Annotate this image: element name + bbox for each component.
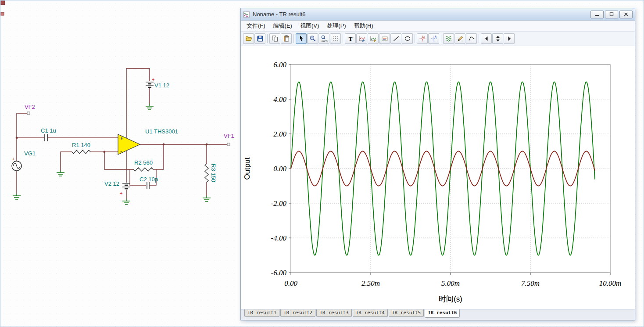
copy-icon — [272, 35, 279, 42]
curve-edit-tool-icon — [370, 35, 377, 42]
toolbar-save-button[interactable] — [254, 33, 265, 44]
zoom-in-icon — [309, 35, 316, 42]
toolbar-set-axis-tool-button[interactable] — [356, 33, 367, 44]
toolbar-copy-button[interactable] — [269, 33, 280, 44]
close-icon — [624, 12, 628, 16]
toolbar-separator — [293, 34, 294, 43]
svg-text:-4.00: -4.00 — [271, 234, 287, 242]
toolbar-zoom-in-button[interactable] — [307, 33, 318, 44]
annotation-tool-icon — [381, 35, 388, 42]
toolbar-ellipse-tool-button[interactable] — [402, 33, 413, 44]
waveform-plot: 6.004.002.000.00-2.00-4.00-6.000.002.50m… — [241, 46, 635, 309]
svg-text:100%: 100% — [321, 40, 327, 42]
maximize-button[interactable] — [605, 11, 618, 18]
window-titlebar[interactable]: Noname - TR result6 — [241, 8, 635, 21]
toolbar: 100%Tab — [241, 32, 635, 46]
svg-text:2.50m: 2.50m — [361, 279, 380, 287]
toolbar-page-spinner-button[interactable] — [492, 33, 503, 44]
schematic-label: - — [120, 148, 122, 155]
schematic-label: V2 12 — [104, 180, 119, 187]
toolbar-separator — [479, 34, 479, 43]
junction-dot — [104, 151, 106, 153]
svg-text:10.00m: 10.00m — [599, 279, 622, 287]
toolbar-text-tool-button[interactable]: T — [345, 33, 356, 44]
toolbar-grid-toggle-button[interactable] — [330, 33, 341, 44]
toolbar-line-tool-button[interactable] — [390, 33, 401, 44]
result-tab-5[interactable]: TR result5 — [389, 309, 424, 317]
cursor-a-icon: a — [419, 35, 426, 42]
resistor — [205, 164, 208, 182]
toolbar-separator — [343, 34, 343, 43]
svg-text:T: T — [348, 36, 352, 42]
x-axis-label: 时间(s) — [439, 295, 462, 303]
toolbar-separator — [415, 34, 415, 43]
menu-bar: 文件(F)编辑(E)视图(V)处理(P)帮助(H) — [241, 21, 635, 32]
menu-item-4[interactable]: 帮助(H) — [350, 21, 377, 31]
menu-item-0[interactable]: 文件(F) — [243, 21, 269, 31]
svg-text:-6.00: -6.00 — [271, 269, 287, 277]
toolbar-annotation-tool-button[interactable] — [379, 33, 390, 44]
menu-item-2[interactable]: 视图(V) — [296, 21, 323, 31]
schematic-label: VG1 — [24, 150, 36, 157]
line-tool-icon — [393, 35, 400, 42]
save-icon — [257, 35, 264, 42]
open-file-icon — [245, 35, 252, 42]
toolbar-curve-edit-tool-button[interactable] — [368, 33, 379, 44]
toolbar-select-cursor-button[interactable] — [296, 33, 307, 44]
app-icon — [243, 11, 250, 18]
svg-text:-2.00: -2.00 — [271, 199, 287, 208]
minimize-icon — [595, 12, 599, 16]
schematic-label: + — [152, 77, 154, 82]
svg-text:5.00m: 5.00m — [441, 279, 460, 287]
paste-icon — [283, 35, 290, 42]
svg-text:6.00: 6.00 — [273, 61, 286, 69]
toolbar-segment-tool-button[interactable] — [466, 33, 477, 44]
toolbar-pen-tool-button[interactable] — [454, 33, 465, 44]
page-spinner-icon — [494, 35, 501, 42]
toolbar-paste-button[interactable] — [281, 33, 292, 44]
menu-item-1[interactable]: 编辑(E) — [269, 21, 296, 31]
vf1-pin — [227, 143, 230, 146]
schematic-label: V1 12 — [154, 82, 169, 89]
toolbar-separator — [267, 34, 268, 43]
schematic-label: + — [12, 156, 14, 162]
toolbar-zoom-100-button[interactable]: 100% — [318, 33, 329, 44]
schematic-label: + — [120, 190, 122, 196]
toolbar-prev-page-button[interactable] — [481, 33, 492, 44]
window-controls — [590, 11, 633, 18]
schematic-label: + — [120, 135, 123, 141]
screen: VF2C1 1uVG1R1 140U1 THS3001V1 12R2 560C2… — [0, 0, 644, 327]
resistor — [133, 168, 153, 171]
junction-dot — [206, 144, 208, 146]
svg-text:0.00: 0.00 — [273, 165, 286, 173]
result-tab-3[interactable]: TR result3 — [316, 309, 351, 317]
text-tool-icon: T — [347, 35, 354, 42]
prev-page-icon — [483, 35, 490, 42]
grid-toggle-icon — [332, 35, 339, 42]
set-axis-tool-icon — [358, 35, 365, 42]
vf2-pin — [27, 112, 30, 115]
toolbar-cursor-b-button[interactable]: b — [428, 33, 439, 44]
schematic-label: R3 150 — [210, 164, 217, 182]
toolbar-next-page-button[interactable] — [504, 33, 515, 44]
toolbar-cursor-a-button[interactable]: a — [417, 33, 428, 44]
y-axis-label: Output — [243, 157, 251, 180]
toolbar-separator — [441, 34, 441, 43]
result-tab-1[interactable]: TR result1 — [244, 309, 279, 317]
schematic-label: VF2 — [25, 104, 35, 110]
menu-item-3[interactable]: 处理(P) — [323, 21, 350, 31]
chart-area: 6.004.002.000.00-2.00-4.00-6.000.002.50m… — [241, 46, 635, 309]
toolbar-smooth-tool-button[interactable] — [443, 33, 454, 44]
svg-text:4.00: 4.00 — [273, 95, 286, 104]
svg-text:b: b — [435, 35, 436, 39]
toolbar-open-file-button[interactable] — [243, 33, 254, 44]
result-tab-4[interactable]: TR result4 — [353, 309, 388, 317]
result-tab-bar: TR result1TR result2TR result3TR result4… — [241, 309, 635, 320]
result-tab-2[interactable]: TR result2 — [280, 309, 315, 317]
maximize-icon — [609, 12, 614, 16]
minimize-button[interactable] — [590, 11, 604, 18]
close-button[interactable] — [619, 11, 633, 18]
result-tab-6[interactable]: TR result6 — [425, 309, 460, 318]
smooth-tool-icon — [445, 35, 452, 42]
schematic-label: VF1 — [224, 133, 234, 139]
